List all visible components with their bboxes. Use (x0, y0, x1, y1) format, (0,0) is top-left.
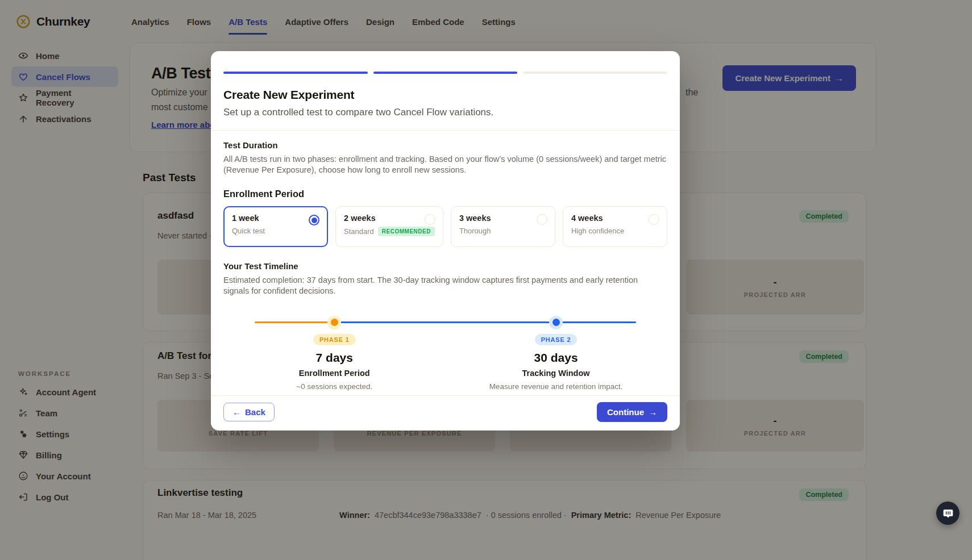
option-2-weeks[interactable]: 2 weeks Standard RECOMMENDED (335, 206, 443, 247)
phase-1-column: PHASE 1 7 days Enrollment Period ~0 sess… (243, 334, 425, 391)
enrollment-options: 1 week Quick test 2 weeks Standard RECOM… (223, 206, 667, 247)
phase-1-note: ~0 sessions expected. (243, 382, 425, 391)
timeline-tracking-segment (334, 321, 636, 323)
continue-button[interactable]: Continue → (597, 402, 667, 422)
chat-launcher-button[interactable] (936, 502, 959, 525)
create-experiment-modal: Create New Experiment Set up a controlle… (211, 51, 680, 431)
phase-1-badge: PHASE 1 (313, 334, 356, 345)
phase-1-dot (327, 316, 341, 329)
continue-button-label: Continue (607, 407, 644, 417)
phase-2-column: PHASE 2 30 days Tracking Window Measure … (465, 334, 647, 391)
option-3-weeks[interactable]: 3 weeks Thorough (451, 206, 555, 247)
modal-footer: ← Back Continue → (211, 395, 680, 431)
back-button[interactable]: ← Back (223, 403, 275, 421)
recommended-badge: RECOMMENDED (378, 227, 435, 236)
option-title: 1 week (232, 214, 319, 223)
option-subtitle: High confidence (571, 227, 659, 235)
radio-selected-icon[interactable] (309, 215, 319, 225)
timeline-visual: PHASE 1 7 days Enrollment Period ~0 sess… (255, 321, 636, 406)
arrow-left-icon: ← (232, 407, 241, 417)
enrollment-period-heading: Enrollment Period (223, 189, 667, 199)
option-subtitle: Standard RECOMMENDED (344, 227, 435, 236)
test-duration-body: All A/B tests run in two phases: enrollm… (223, 154, 667, 175)
radio-icon[interactable] (537, 214, 547, 225)
phase-1-duration: 7 days (243, 351, 425, 365)
back-button-label: Back (245, 407, 265, 417)
wizard-progress (223, 51, 667, 74)
phase-2-duration: 30 days (465, 351, 647, 365)
option-title: 2 weeks (344, 214, 435, 223)
phase-2-note: Measure revenue and retention impact. (465, 382, 647, 391)
option-subtitle: Quick test (232, 227, 319, 235)
phase-2-badge: PHASE 2 (535, 334, 578, 345)
progress-segment-3 (523, 72, 667, 74)
radio-icon[interactable] (425, 214, 435, 225)
timeline-heading: Your Test Timeline (223, 261, 667, 271)
phase-1-name: Enrollment Period (243, 369, 425, 378)
progress-segment-1 (223, 72, 368, 74)
timeline-enrollment-segment (255, 321, 334, 323)
phase-2-dot (549, 316, 563, 329)
modal-title: Create New Experiment (223, 88, 667, 102)
option-subtitle-text: Standard (344, 227, 374, 236)
radio-icon[interactable] (649, 214, 659, 225)
timeline-body: Estimated completion: 37 days from start… (223, 275, 661, 296)
option-subtitle: Thorough (459, 227, 547, 235)
chat-bubble-icon (942, 508, 954, 519)
option-1-week[interactable]: 1 week Quick test (223, 206, 328, 247)
progress-segment-2 (373, 72, 518, 74)
test-duration-heading: Test Duration (223, 140, 667, 150)
divider (211, 130, 680, 131)
arrow-right-icon: → (649, 407, 657, 417)
option-title: 3 weeks (459, 214, 547, 223)
option-4-weeks[interactable]: 4 weeks High confidence (563, 206, 667, 247)
modal-subtitle: Set up a controlled test to compare two … (223, 107, 667, 118)
option-title: 4 weeks (571, 214, 659, 223)
phase-2-name: Tracking Window (465, 369, 647, 378)
